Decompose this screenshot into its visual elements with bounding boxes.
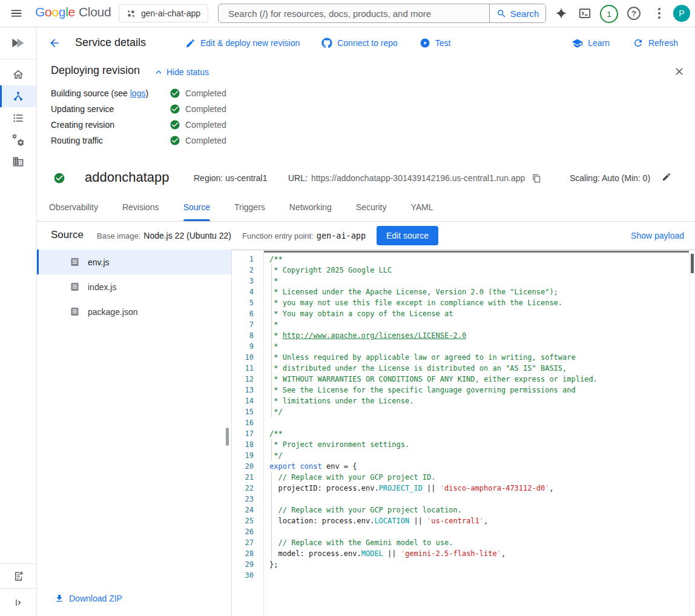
service-region: Region: us-central1 — [194, 173, 267, 183]
base-image-value: Node.js 22 (Ubuntu 22) — [143, 231, 231, 240]
back-arrow-icon[interactable] — [48, 37, 61, 49]
file-item[interactable]: index.js — [36, 274, 231, 299]
horizontal-scrollbar[interactable] — [263, 251, 689, 253]
sidebar-item-release-notes[interactable] — [0, 563, 36, 588]
search-icon — [496, 8, 507, 19]
page-header: Service details Edit & deploy new revisi… — [36, 27, 695, 59]
help-icon[interactable]: ? — [627, 7, 641, 20]
line-number: 30 — [232, 570, 254, 581]
sidebar-item-home[interactable] — [0, 64, 36, 85]
vertical-scrollbar-thumb[interactable] — [691, 254, 694, 273]
hamburger-menu-icon[interactable] — [10, 7, 23, 20]
code-line: * — [269, 319, 687, 330]
code-link[interactable]: http://www.apache.org/licenses/LICENSE-2… — [283, 331, 466, 340]
line-number: 9 — [232, 341, 254, 352]
edit-scaling-icon[interactable] — [662, 172, 671, 182]
sidebar-item-integrations[interactable] — [0, 129, 36, 151]
code-line: // Replace with your GCP project locatio… — [269, 505, 687, 515]
copy-icon[interactable] — [532, 174, 541, 183]
tab-source[interactable]: Source — [183, 193, 210, 221]
code-token: || — [383, 549, 401, 558]
close-icon[interactable] — [673, 65, 685, 78]
service-url: URL: https://addonchatapp-301439142196.u… — [288, 173, 541, 183]
learn-button[interactable]: Learn — [571, 38, 610, 49]
google-cloud-logo[interactable]: Google Cloud — [35, 5, 111, 19]
line-number: 29 — [232, 559, 254, 570]
cloud-run-logo — [0, 27, 36, 59]
code-line: */ — [269, 406, 687, 417]
tab-revisions[interactable]: Revisions — [122, 193, 159, 221]
gears-icon — [12, 134, 25, 147]
line-number: 15 — [232, 406, 254, 417]
code-line: * Licensed under the Apache License, Ver… — [269, 286, 687, 297]
code-content[interactable]: /** * Copyright 2025 Google LLC * * Lice… — [269, 254, 687, 581]
tab-triggers[interactable]: Triggers — [234, 193, 265, 221]
test-button[interactable]: Test — [420, 38, 451, 48]
file-item[interactable]: env.js — [36, 250, 231, 274]
notifications-badge[interactable]: 1 — [600, 5, 618, 23]
edit-source-button[interactable]: Edit source — [377, 226, 438, 245]
file-icon — [70, 257, 79, 267]
code-token: us-central1 — [431, 517, 479, 525]
indent-guide — [271, 483, 272, 494]
status-step-status: Completed — [170, 104, 226, 114]
header-actions: Edit & deploy new revision Connect to re… — [185, 27, 451, 59]
line-number: 6 — [232, 308, 254, 319]
line-number: 27 — [232, 537, 254, 548]
line-number: 4 — [232, 286, 254, 297]
indent-guide — [271, 515, 272, 526]
show-payload-link[interactable]: Show payload — [631, 231, 684, 240]
download-zip-link[interactable]: Download ZIP — [54, 594, 122, 603]
indent-guide — [271, 494, 272, 505]
code-token: MODEL — [361, 549, 383, 558]
chevron-up-icon — [153, 67, 164, 78]
cloud-shell-icon[interactable] — [578, 7, 591, 20]
line-number: 14 — [232, 396, 254, 406]
sidebar-item-jobs[interactable] — [0, 107, 36, 129]
project-picker[interactable]: gen-ai-chat-app — [119, 4, 208, 22]
tab-yaml[interactable]: YAML — [410, 193, 433, 221]
code-token: * WITHOUT WARRANTIES OR CONDITIONS OF AN… — [269, 375, 598, 383]
connect-repo-button[interactable]: Connect to repo — [321, 38, 398, 48]
sidebar-item-services[interactable] — [0, 85, 36, 107]
code-line: * You may obtain a copy of the License a… — [269, 308, 687, 319]
play-circle-icon — [420, 38, 430, 48]
sidebar-item-domains[interactable] — [0, 151, 36, 173]
code-token: * distributed under the License is distr… — [269, 364, 567, 373]
source-toolbar: Source Base image: Node.js 22 (Ubuntu 22… — [36, 222, 695, 250]
pencil-icon — [185, 38, 196, 48]
sidebar-collapse-toggle[interactable] — [0, 588, 36, 616]
search-input[interactable] — [219, 4, 489, 22]
status-step-status: Completed — [170, 135, 226, 146]
code-editor: 1234567891011121314151617181920212223242… — [231, 250, 695, 616]
gemini-icon[interactable] — [555, 7, 568, 20]
file-panel-scrollbar[interactable] — [226, 428, 229, 446]
refresh-button[interactable]: Refresh — [633, 38, 678, 48]
line-number: 20 — [232, 461, 254, 472]
service-scaling: Scaling: Auto (Min: 0) — [570, 173, 650, 183]
indent-guide — [271, 286, 272, 297]
avatar[interactable]: P — [673, 5, 690, 22]
deploy-status-panel: Deploying revision Hide status Building … — [36, 59, 695, 155]
url-label: URL: — [288, 173, 308, 183]
search-button[interactable]: Search — [489, 4, 545, 22]
code-token: * You may obtain a copy of the License a… — [269, 310, 453, 318]
home-icon — [12, 68, 24, 81]
line-number: 18 — [232, 439, 254, 450]
url-value[interactable]: https://addonchatapp-301439142196.us-cen… — [311, 173, 525, 183]
service-tabs: ObservabilityRevisionsSourceTriggersNetw… — [36, 193, 695, 222]
tab-networking[interactable]: Networking — [289, 193, 332, 221]
release-notes-icon — [13, 571, 24, 582]
tab-security[interactable]: Security — [356, 193, 387, 221]
more-options-icon[interactable] — [654, 6, 665, 21]
logs-link[interactable]: logs — [130, 88, 146, 98]
line-number: 16 — [232, 417, 254, 428]
hide-status-toggle[interactable]: Hide status — [153, 67, 209, 78]
code-line — [269, 494, 687, 505]
top-bar: Google Cloud gen-ai-chat-app Search 1 — [0, 0, 695, 27]
edit-deploy-button[interactable]: Edit & deploy new revision — [185, 38, 300, 48]
file-item[interactable]: package.json — [36, 299, 231, 324]
code-line: model: process.env.MODEL || 'gemini-2.5-… — [269, 548, 687, 559]
tab-observability[interactable]: Observability — [49, 193, 98, 221]
indent-guide — [271, 363, 272, 374]
